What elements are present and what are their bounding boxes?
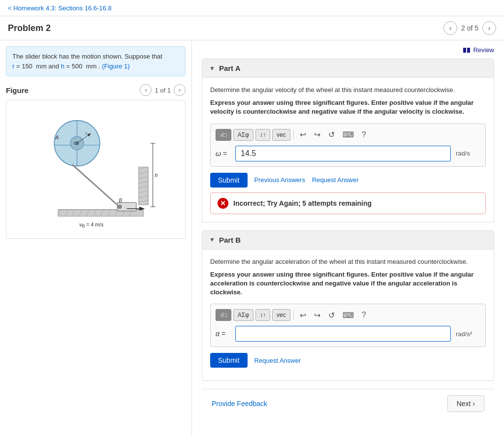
- part-b-title: Part B: [219, 236, 241, 244]
- sqrt-label: √□: [220, 131, 227, 138]
- part-a-redo-button[interactable]: ↪: [311, 129, 323, 140]
- problem-nav: ‹ 2 of 5 ›: [443, 21, 496, 35]
- part-b-sigma-button[interactable]: ΑΣφ: [233, 309, 253, 321]
- review-icon: [463, 48, 471, 53]
- part-b-action-row: Submit Request Answer: [210, 353, 486, 368]
- part-b-chevron: ▼: [209, 236, 215, 243]
- figure-image: r C A B h: [6, 100, 186, 239]
- right-panel: Review ▼ Part A Determine the angular ve…: [192, 40, 504, 436]
- part-a-reset-button[interactable]: ↺: [325, 129, 338, 140]
- figure-next-button[interactable]: ›: [174, 84, 186, 96]
- arrow-label-b: ↕↑: [260, 312, 266, 318]
- part-b-redo-button[interactable]: ↪: [311, 310, 323, 321]
- review-link-area: Review: [202, 46, 494, 54]
- breadcrumb-bar: < Homework 4.3: Sections 16.6-16.8: [0, 0, 504, 16]
- svg-line-34: [72, 164, 117, 205]
- part-a-answer-box: √□ ΑΣφ ↕↑ vec ↩ ↪: [210, 124, 486, 167]
- problem-statement-text2: r = 150 mm and h = 500 mm . (Figure 1): [12, 63, 129, 70]
- part-a-previous-answers-link[interactable]: Previous Answers: [254, 176, 305, 184]
- part-b-help-button[interactable]: ?: [359, 310, 369, 320]
- review-label: Review: [473, 46, 494, 54]
- toolbar-sep-2: [293, 310, 294, 320]
- part-b-answer-box: √□ ΑΣφ ↕↑ vec ↩ ↪: [210, 304, 486, 347]
- part-a-header[interactable]: ▼ Part A: [202, 59, 494, 78]
- part-b-answer-input[interactable]: [235, 326, 451, 342]
- figure-header: Figure ‹ 1 of 1 ›: [6, 84, 186, 96]
- part-b-description: Determine the angular acceleration of th…: [210, 257, 486, 266]
- svg-text:vB = 4 m/s: vB = 4 m/s: [79, 221, 103, 229]
- sigma-label: ΑΣφ: [238, 131, 249, 138]
- part-a-input-label: ω =: [216, 150, 230, 158]
- part-b-toolbar: √□ ΑΣφ ↕↑ vec ↩ ↪: [216, 309, 480, 321]
- part-a-toolbar: √□ ΑΣφ ↕↑ vec ↩ ↪: [216, 129, 480, 141]
- vec-label-b: vec: [277, 312, 286, 318]
- part-b-header[interactable]: ▼ Part B: [202, 231, 494, 250]
- figure-title: Figure: [6, 86, 29, 95]
- svg-point-37: [118, 205, 122, 209]
- part-a-submit-button[interactable]: Submit: [210, 173, 248, 188]
- part-b-section: ▼ Part B Determine the angular accelerat…: [202, 230, 494, 381]
- part-a-answer-input[interactable]: [235, 146, 451, 161]
- part-a-title: Part A: [219, 64, 241, 72]
- part-b-keyboard-button[interactable]: ⌨: [340, 310, 357, 321]
- part-b-input-label: α =: [216, 330, 230, 338]
- figure-ref[interactable]: (Figure 1): [102, 63, 129, 70]
- part-a-help-button[interactable]: ?: [359, 129, 369, 140]
- bottom-bar: Provide Feedback Next ›: [202, 389, 494, 418]
- part-a-error-box: ✕ Incorrect; Try Again; 5 attempts remai…: [210, 192, 486, 214]
- svg-text:h: h: [155, 172, 158, 178]
- figure-prev-button[interactable]: ‹: [140, 84, 152, 96]
- vec-label: vec: [277, 131, 286, 138]
- part-a-section: ▼ Part A Determine the angular velocity …: [202, 59, 494, 222]
- next-button[interactable]: Next ›: [447, 395, 484, 412]
- svg-text:A: A: [55, 134, 59, 140]
- part-a-unit: rad/s: [456, 150, 480, 157]
- figure-nav: ‹ 1 of 1 ›: [140, 84, 186, 96]
- part-a-sqrt-button[interactable]: √□: [216, 129, 231, 141]
- breadcrumb-link[interactable]: < Homework 4.3: Sections 16.6-16.8: [8, 4, 112, 12]
- part-a-instruction: Express your answer using three signific…: [210, 98, 486, 116]
- svg-text:C: C: [73, 141, 77, 146]
- variable-h: h: [61, 63, 64, 70]
- variable-r: r: [12, 63, 14, 70]
- part-a-chevron: ▼: [209, 65, 215, 72]
- error-icon: ✕: [218, 198, 228, 209]
- provide-feedback-button[interactable]: Provide Feedback: [212, 400, 267, 408]
- figure-svg: r C A B h: [27, 105, 165, 233]
- part-b-unit: rad/s²: [456, 330, 480, 338]
- toolbar-sep-1: [293, 130, 294, 140]
- review-link[interactable]: Review: [463, 46, 494, 54]
- part-a-undo-button[interactable]: ↩: [297, 129, 309, 140]
- part-a-arrow-button[interactable]: ↕↑: [255, 129, 270, 141]
- part-b-undo-button[interactable]: ↩: [297, 310, 309, 321]
- part-a-input-row: ω = rad/s: [216, 146, 480, 161]
- part-a-keyboard-button[interactable]: ⌨: [340, 129, 357, 140]
- sigma-label-b: ΑΣφ: [238, 312, 249, 318]
- problem-statement: The slider block has the motion shown. S…: [6, 46, 186, 76]
- problem-header: Problem 2 ‹ 2 of 5 ›: [0, 16, 504, 40]
- arrow-label: ↕↑: [260, 131, 266, 138]
- part-b-reset-button[interactable]: ↺: [325, 310, 338, 321]
- part-a-request-answer-link[interactable]: Request Answer: [312, 176, 359, 184]
- part-b-instruction: Express your answer using three signific…: [210, 270, 486, 297]
- part-b-request-answer-link[interactable]: Request Answer: [254, 357, 301, 364]
- part-a-vec-button[interactable]: vec: [272, 129, 290, 141]
- part-a-sigma-button[interactable]: ΑΣφ: [233, 129, 253, 141]
- problem-counter: 2 of 5: [461, 24, 478, 32]
- part-b-sqrt-button[interactable]: √□: [216, 309, 231, 321]
- part-a-action-row: Submit Previous Answers Request Answer: [210, 173, 486, 188]
- part-b-arrow-button[interactable]: ↕↑: [255, 309, 270, 321]
- part-b-body: Determine the angular acceleration of th…: [202, 250, 494, 381]
- part-b-submit-button[interactable]: Submit: [210, 353, 248, 368]
- part-b-input-row: α = rad/s²: [216, 326, 480, 342]
- part-a-error-text: Incorrect; Try Again; 5 attempts remaini…: [233, 199, 372, 207]
- next-problem-button[interactable]: ›: [482, 21, 496, 35]
- main-layout: The slider block has the motion shown. S…: [0, 40, 504, 436]
- part-a-description: Determine the angular velocity of the wh…: [210, 86, 486, 95]
- part-a-body: Determine the angular velocity of the wh…: [202, 78, 494, 222]
- sqrt-label-b: √□: [220, 312, 227, 318]
- problem-statement-text1: The slider block has the motion shown. S…: [12, 53, 162, 60]
- part-b-vec-button[interactable]: vec: [272, 309, 290, 321]
- prev-problem-button[interactable]: ‹: [443, 21, 457, 35]
- left-panel: The slider block has the motion shown. S…: [0, 40, 192, 436]
